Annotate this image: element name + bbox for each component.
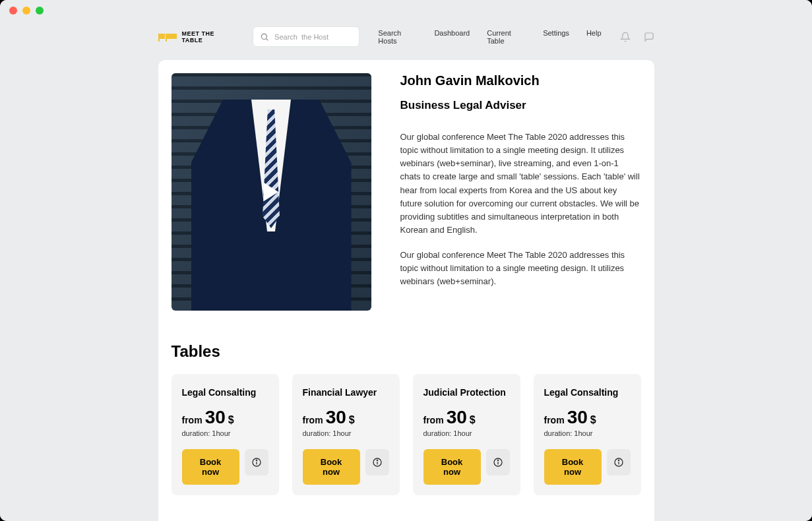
nav-links: Search Hosts Dashboard Current Table Set… bbox=[378, 29, 601, 45]
info-icon bbox=[493, 457, 503, 468]
search-box[interactable] bbox=[253, 26, 359, 47]
price-currency: $ bbox=[228, 414, 234, 426]
duration-label: duration: 1hour bbox=[423, 429, 510, 437]
table-card-title: Legal Consalting bbox=[182, 387, 268, 398]
price-currency: $ bbox=[590, 414, 596, 426]
info-icon bbox=[251, 457, 262, 468]
nav-search-hosts[interactable]: Search Hosts bbox=[378, 29, 417, 45]
duration-label: duration: 1hour bbox=[182, 429, 268, 437]
play-icon bbox=[264, 183, 278, 201]
duration-label: duration: 1hour bbox=[544, 429, 631, 437]
tables-list: Legal Consalting from 30 $ duration: 1ho… bbox=[172, 374, 641, 495]
price-from-label: from bbox=[423, 415, 444, 425]
svg-line-5 bbox=[266, 38, 268, 40]
duration-label: duration: 1hour bbox=[303, 429, 389, 437]
price-amount: 30 bbox=[326, 407, 346, 428]
svg-rect-0 bbox=[158, 34, 160, 42]
price-from-label: from bbox=[303, 415, 323, 425]
book-now-button[interactable]: Book now bbox=[423, 449, 481, 485]
table-card: Judicial Protection from 30 $ duration: … bbox=[413, 374, 520, 495]
svg-point-4 bbox=[261, 34, 266, 39]
window-close-button[interactable] bbox=[9, 7, 17, 15]
table-card-title: Financial Lawyer bbox=[303, 387, 389, 398]
table-card-title: Legal Consalting bbox=[544, 387, 631, 398]
svg-rect-2 bbox=[166, 34, 167, 42]
chat-icon[interactable] bbox=[644, 32, 654, 42]
host-description-2: Our global conference Meet The Table 202… bbox=[400, 249, 641, 288]
nav-settings[interactable]: Settings bbox=[543, 29, 569, 45]
host-role: Business Legal Adviser bbox=[400, 99, 641, 112]
price-amount: 30 bbox=[567, 407, 588, 428]
table-card: Legal Consalting from 30 $ duration: 1ho… bbox=[172, 374, 279, 495]
info-button[interactable] bbox=[607, 449, 631, 475]
svg-marker-1 bbox=[160, 34, 165, 39]
window-maximize-button[interactable] bbox=[36, 7, 44, 15]
info-button[interactable] bbox=[365, 449, 389, 475]
host-info: John Gavin Malkovich Business Legal Advi… bbox=[400, 73, 641, 311]
tables-heading: Tables bbox=[172, 342, 641, 361]
svg-point-14 bbox=[497, 460, 498, 460]
info-button[interactable] bbox=[245, 449, 268, 475]
price-currency: $ bbox=[349, 414, 355, 426]
nav-dashboard[interactable]: Dashboard bbox=[434, 29, 470, 45]
svg-point-17 bbox=[618, 460, 619, 460]
search-input[interactable] bbox=[274, 33, 352, 41]
host-description-1: Our global conference Meet The Table 202… bbox=[400, 131, 641, 237]
info-icon bbox=[372, 457, 383, 468]
book-now-button[interactable]: Book now bbox=[182, 449, 239, 485]
host-name: John Gavin Malkovich bbox=[400, 73, 641, 88]
svg-point-8 bbox=[256, 460, 257, 460]
svg-marker-3 bbox=[167, 34, 177, 39]
price-currency: $ bbox=[470, 414, 476, 426]
price-amount: 30 bbox=[447, 407, 467, 428]
price-from-label: from bbox=[544, 415, 565, 425]
table-card: Financial Lawyer from 30 $ duration: 1ho… bbox=[292, 374, 400, 495]
svg-point-11 bbox=[377, 460, 377, 460]
brand-logo-text: MEET THE TABLE bbox=[182, 30, 235, 44]
info-button[interactable] bbox=[486, 449, 510, 475]
table-card-title: Judicial Protection bbox=[423, 387, 510, 398]
nav-help[interactable]: Help bbox=[586, 29, 602, 45]
book-now-button[interactable]: Book now bbox=[544, 449, 602, 485]
price-from-label: from bbox=[182, 415, 203, 425]
info-icon bbox=[613, 457, 624, 468]
bell-icon[interactable] bbox=[620, 32, 631, 42]
host-video-thumbnail[interactable] bbox=[172, 73, 371, 311]
nav-current-table[interactable]: Current Table bbox=[487, 29, 526, 45]
table-card: Legal Consalting from 30 $ duration: 1ho… bbox=[534, 374, 641, 495]
brand-logo-icon bbox=[158, 31, 178, 43]
window-minimize-button[interactable] bbox=[22, 7, 30, 15]
price-amount: 30 bbox=[205, 407, 226, 428]
book-now-button[interactable]: Book now bbox=[303, 449, 360, 485]
search-icon bbox=[260, 32, 269, 42]
window-titlebar bbox=[0, 0, 812, 21]
brand-logo[interactable]: MEET THE TABLE bbox=[158, 30, 235, 44]
content-card: John Gavin Malkovich Business Legal Advi… bbox=[158, 60, 654, 521]
